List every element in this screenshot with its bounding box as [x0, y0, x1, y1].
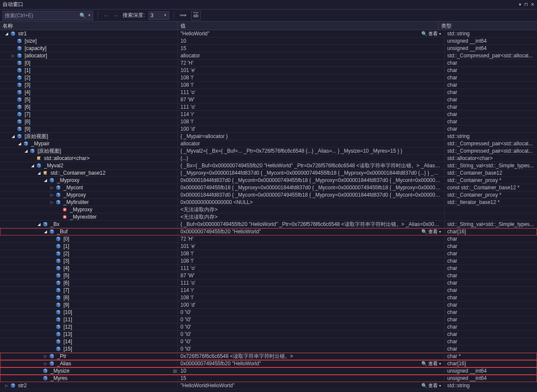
cell-value[interactable]: 0x000000749455fb18 { _Myproxy=0x00000184…: [178, 184, 445, 191]
table-row[interactable]: [14]0 '\0'char: [0, 338, 537, 345]
cell-value[interactable]: 87 'W': [178, 96, 445, 103]
table-row[interactable]: [5]87 'W'char: [0, 96, 537, 103]
expand-icon[interactable]: ▷: [49, 199, 55, 205]
pin-value-icon[interactable]: ⊟: [173, 369, 177, 373]
table-row[interactable]: [12]0 '\0'char: [0, 323, 537, 331]
pin-icon[interactable]: ⊔: [524, 2, 528, 7]
table-row[interactable]: [4]111 'o'char: [0, 265, 537, 272]
table-row[interactable]: [0]72 'H'char: [0, 60, 537, 67]
cell-value[interactable]: 10: [178, 367, 445, 374]
table-row[interactable]: _Myproxy<无法读取内存>: [0, 206, 537, 213]
close-icon[interactable]: ✕: [531, 2, 534, 7]
table-row[interactable]: [3]108 'l'char: [0, 257, 537, 265]
table-row[interactable]: [7]114 'r'char: [0, 287, 537, 294]
collapse-icon[interactable]: ◢: [36, 221, 42, 227]
expand-icon[interactable]: ▷: [42, 361, 48, 367]
cell-value[interactable]: 100 'd': [178, 125, 445, 132]
table-row[interactable]: [7]114 'r'char: [0, 111, 537, 118]
collapse-icon[interactable]: ◢: [3, 31, 9, 37]
column-header-type[interactable]: 类型: [439, 22, 531, 30]
table-row[interactable]: _Mysize⊟10unsigned __int64: [0, 367, 537, 375]
table-row[interactable]: ◢_Myval2{ _Bx={ _Buf=0x000000749455fb20 …: [0, 162, 537, 169]
cell-value[interactable]: 111 'o': [178, 265, 445, 272]
cell-value[interactable]: <无法读取内存>: [178, 213, 445, 220]
cell-value[interactable]: 108 'l': [178, 250, 445, 257]
collapse-icon[interactable]: ◢: [42, 229, 48, 235]
cell-value[interactable]: allocator: [178, 140, 445, 147]
collapse-icon[interactable]: ◢: [29, 163, 35, 169]
table-row[interactable]: [8]108 'l'char: [0, 118, 537, 125]
table-row[interactable]: ◢[原始视图]{ _Myval2={ _Bx={ _Buf=... _Ptr=0…: [0, 147, 537, 155]
cell-value[interactable]: 72 'H': [178, 235, 445, 242]
table-row[interactable]: [1]101 'e'char: [0, 243, 537, 250]
table-row[interactable]: [6]111 'o'char: [0, 279, 537, 287]
search-dropdown-icon[interactable]: ▼: [88, 13, 91, 17]
search-depth-select[interactable]: 3 ▼: [148, 11, 169, 20]
table-row[interactable]: [9]100 'd'char: [0, 301, 537, 309]
value-visualizer-button[interactable]: 🔍查看▼: [421, 361, 442, 367]
cell-value[interactable]: {...}: [178, 155, 445, 162]
table-row[interactable]: [0]72 'H'char: [0, 235, 537, 243]
expand-icon[interactable]: ▷: [10, 53, 16, 59]
cell-value[interactable]: "HelloWorldHelloWorld"🔍查看▼: [178, 382, 445, 389]
cell-value[interactable]: <无法读取内存>: [178, 206, 445, 213]
table-row[interactable]: [10]0 '\0'char: [0, 309, 537, 316]
cell-value[interactable]: 0 '\0': [178, 345, 445, 352]
table-row[interactable]: [1]101 'e'char: [0, 67, 537, 74]
collapse-icon[interactable]: ◢: [42, 177, 48, 183]
table-row[interactable]: ◢[原始视图]{ _Mypair=allocator }std::string: [0, 133, 537, 140]
cell-value[interactable]: 111 'o': [178, 89, 445, 96]
cell-value[interactable]: { _Bx={ _Buf=0x000000749455fb20 "HelloWo…: [178, 162, 445, 169]
collapse-icon[interactable]: ◢: [16, 141, 22, 147]
table-row[interactable]: [13]0 '\0'char: [0, 331, 537, 338]
column-header-value[interactable]: 值: [178, 22, 439, 30]
expand-icon[interactable]: ▷: [49, 185, 55, 191]
table-row[interactable]: ▷_Myfirstiter0x0000000000000000 <NULL>st…: [0, 199, 537, 206]
table-row[interactable]: _Mynextiter<无法读取内存>: [0, 213, 537, 221]
cell-value[interactable]: 111 'o': [178, 279, 445, 286]
ab-button[interactable]: ab: [191, 11, 201, 20]
table-row[interactable]: ◢_Buf0x000000749455fb20 "HelloWorld"🔍查看▼…: [0, 228, 537, 235]
cell-value[interactable]: 10: [178, 38, 445, 44]
table-row[interactable]: ▷_Mycont0x000000749455fb18 { _Myproxy=0x…: [0, 184, 537, 191]
cell-value[interactable]: { _Buf=0x000000749455fb20 "HelloWorld" _…: [178, 221, 445, 228]
table-row[interactable]: [2]108 'l'char: [0, 250, 537, 257]
cell-value[interactable]: { _Mypair=allocator }: [178, 133, 445, 140]
table-row[interactable]: ◢_Bx{ _Buf=0x000000749455fb20 "HelloWorl…: [0, 221, 537, 228]
column-header-name[interactable]: 名称: [0, 22, 178, 30]
cell-value[interactable]: 108 'l': [178, 74, 445, 81]
window-dropdown-icon[interactable]: ▾: [519, 2, 521, 7]
cell-value[interactable]: 108 'l': [178, 82, 445, 88]
cell-value[interactable]: 0x726f576f6c6c6548 <读取字符串字符时出错。>: [178, 353, 445, 360]
table-row[interactable]: ◢_Myproxy0x000001844fd837d0 { _Mycont=0x…: [0, 177, 537, 184]
cell-value[interactable]: 15: [178, 45, 445, 52]
cell-value[interactable]: 108 'l': [178, 118, 445, 125]
table-row[interactable]: [5]87 'W'char: [0, 272, 537, 279]
cell-value[interactable]: 0 '\0': [178, 309, 445, 316]
cell-value[interactable]: 0x0000000000000000 <NULL>: [178, 199, 445, 206]
table-row[interactable]: [15]0 '\0'char: [0, 345, 537, 353]
nav-back-icon[interactable]: ←: [102, 12, 110, 19]
table-row[interactable]: ▷_Ptr0x726f576f6c6c6548 <读取字符串字符时出错。>cha…: [0, 353, 537, 360]
value-visualizer-button[interactable]: 🔍查看▼: [421, 31, 442, 37]
expand-icon[interactable]: ▷: [42, 353, 48, 359]
cell-value[interactable]: 72 'H': [178, 60, 445, 66]
table-row[interactable]: [11]0 '\0'char: [0, 316, 537, 323]
cell-value[interactable]: "HelloWorld"🔍查看▼: [178, 30, 445, 37]
value-visualizer-button[interactable]: 🔍查看▼: [421, 229, 442, 235]
value-visualizer-button[interactable]: 🔍查看▼: [421, 383, 442, 389]
cell-value[interactable]: 0x000001844fd837d0 { _Mycont=0x000000749…: [178, 177, 445, 184]
expand-icon[interactable]: ▷: [3, 383, 9, 389]
cell-value[interactable]: { _Myval2={ _Bx={ _Buf=... _Ptr=0x726f57…: [178, 147, 445, 154]
nav-forward-icon[interactable]: →: [111, 12, 119, 19]
cell-value[interactable]: 15: [178, 375, 445, 382]
table-row[interactable]: ▷[allocator]allocatorstd::_Compressed_pa…: [0, 52, 537, 60]
cell-value[interactable]: 111 'o': [178, 103, 445, 110]
cell-value[interactable]: 0x000001844fd837d0 { _Mycont=0x000000749…: [178, 191, 445, 198]
table-row[interactable]: [4]111 'o'char: [0, 89, 537, 96]
cell-value[interactable]: 101 'e': [178, 67, 445, 74]
expression-button[interactable]: ⟹: [178, 11, 188, 20]
cell-value[interactable]: { _Myproxy=0x000001844fd837d0 { _Mycont=…: [178, 169, 445, 176]
collapse-icon[interactable]: ◢: [23, 148, 29, 154]
cell-value[interactable]: 0 '\0': [178, 316, 445, 323]
